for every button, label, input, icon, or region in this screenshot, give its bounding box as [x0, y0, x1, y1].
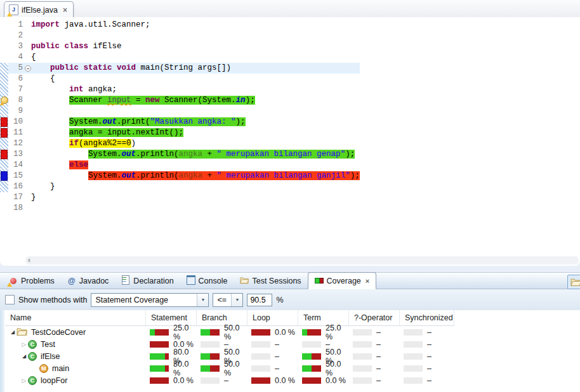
coverage-marker-red-icon: [1, 117, 8, 127]
code-text: import java.util.Scanner;: [31, 20, 360, 30]
fold-minus-icon[interactable]: [25, 65, 31, 72]
element-name: Test: [41, 340, 55, 349]
covered-segment: [302, 365, 312, 372]
bottom-view-panel: Problems@JavadocDeclarationConsoleTest S…: [0, 272, 580, 392]
column-header-loop[interactable]: Loop: [247, 310, 298, 325]
coverage-value: –: [376, 328, 381, 337]
covered-segment: [201, 353, 210, 360]
code-token: new: [145, 96, 160, 105]
expand-arrow-icon[interactable]: ◢: [20, 353, 28, 359]
fold-column: [25, 106, 31, 117]
code-line: 17}: [0, 192, 360, 203]
coverage-value: –: [376, 340, 381, 349]
view-tab-label: Problems: [21, 277, 55, 285]
table-row[interactable]: Mmain80.0 %50.0 %–50.0 %––: [5, 362, 454, 374]
coverage-cell: 25.0 %: [146, 323, 197, 341]
coverage-cell: –: [349, 352, 400, 361]
table-row[interactable]: ▷CloopFor0.0 %–0.0 %0.0 %––: [5, 374, 454, 386]
fold-column: [25, 74, 31, 84]
code-editor[interactable]: 1import java.util.Scanner;23public class…: [0, 17, 580, 266]
missed-segment: [312, 365, 321, 372]
code-line: 5 public static void main(String args[]): [0, 63, 360, 74]
close-icon[interactable]: ×: [366, 277, 369, 285]
coverage-cell: –: [197, 376, 247, 385]
scroll-left-icon[interactable]: ‹: [28, 256, 30, 265]
class-icon: C: [28, 351, 37, 361]
code-text: System.out.print("Masukkan angka: ");: [31, 117, 360, 127]
close-icon[interactable]: ×: [63, 6, 67, 15]
editor-tab-ifelse[interactable]: J ifElse.java ×: [4, 1, 74, 18]
console-icon: [187, 275, 195, 287]
fold-column: [25, 95, 31, 106]
coverage-cell: –: [247, 364, 298, 373]
warning-overlay-icon: [7, 12, 12, 16]
show-methods-checkbox[interactable]: [5, 295, 15, 304]
coverage-bar: [404, 341, 423, 348]
open-session-button[interactable]: [567, 275, 580, 289]
code-token: angka: [179, 171, 203, 180]
code-token: }: [31, 193, 36, 202]
expand-arrow-icon[interactable]: ◢: [9, 329, 16, 335]
view-tab-javadoc[interactable]: @Javadoc: [61, 273, 115, 289]
view-tab-label: Javadoc: [79, 277, 109, 285]
code-token: [31, 171, 88, 180]
code-text: System.out.println(angka + " merupakan b…: [31, 149, 360, 160]
coverage-value: 0.0 %: [275, 328, 295, 337]
line-number: 10: [8, 117, 25, 127]
annotation-ruler: [0, 203, 8, 214]
code-token: +: [202, 171, 217, 180]
code-token: .println(: [136, 171, 179, 180]
coverage-cell: 80.0 %: [146, 360, 197, 377]
column-header-name[interactable]: Name: [5, 310, 146, 325]
covered-segment: [150, 365, 165, 372]
line-number: 3: [8, 41, 25, 52]
table-row[interactable]: ◢TestCodeCover25.0 %50.0 %0.0 %25.0 %––: [5, 326, 454, 338]
operator-select[interactable]: <= ▼: [213, 293, 243, 307]
missed-segment: [302, 377, 321, 384]
expand-arrow-icon[interactable]: ▷: [20, 377, 28, 384]
code-token: else: [69, 160, 88, 169]
table-body: ◢TestCodeCover25.0 %50.0 %0.0 %25.0 %––▷…: [5, 326, 454, 386]
chevron-down-icon: ▼: [231, 294, 242, 306]
code-text: }: [31, 181, 360, 192]
code-text: public class ifElse: [31, 41, 360, 52]
code-line: 18: [0, 203, 360, 214]
missed-segment: [312, 353, 321, 360]
code-token: {: [31, 53, 36, 62]
view-tab-coverage[interactable]: Coverage×: [308, 272, 377, 289]
expand-arrow-icon[interactable]: ▷: [20, 341, 28, 348]
coverage-cell: –: [400, 352, 454, 361]
panel-scrollbar[interactable]: [0, 310, 4, 392]
annotation-ruler: [0, 138, 8, 149]
coverage-metric-select[interactable]: Statement Coverage ▼: [91, 293, 209, 307]
annotation-ruler: [0, 63, 8, 74]
code-token: );: [246, 96, 255, 105]
code-token: angka = input.nextInt();: [69, 128, 183, 137]
line-number: 2: [8, 30, 25, 41]
line-number: 15: [8, 171, 25, 181]
coverage-cell: 25.0 %: [298, 323, 349, 341]
coverage-cell: –: [400, 328, 454, 337]
coverage-value: 50.0 %: [326, 360, 349, 377]
coverage-bar: [251, 341, 270, 348]
coverage-bar: [302, 353, 321, 360]
show-methods-label: Show methods with: [18, 296, 87, 304]
view-tab-console[interactable]: Console: [180, 273, 234, 289]
column-header-operator[interactable]: ?-Operator: [349, 310, 400, 325]
code-text: System.out.println(angka + " merupakan b…: [31, 171, 360, 181]
view-tab-test-sessions[interactable]: Test Sessions: [234, 273, 307, 289]
view-tab-problems[interactable]: Problems: [3, 273, 61, 289]
chevron-down-icon: ▼: [197, 294, 208, 306]
name-cell: ▷CTest: [5, 339, 146, 349]
coverage-threshold-input[interactable]: [247, 294, 272, 306]
quickfix-bulb-icon: [1, 96, 8, 104]
column-header-synchronized[interactable]: Synchronized: [400, 310, 454, 325]
view-tab-declaration[interactable]: Declaration: [115, 273, 180, 289]
element-name: TestCodeCover: [31, 328, 86, 337]
covered-segment: [302, 329, 307, 336]
coverage-value: –: [427, 352, 432, 361]
code-token: [31, 150, 88, 159]
coverage-bar: [150, 353, 169, 360]
horizontal-scrollbar[interactable]: ‹: [25, 256, 579, 265]
coverage-cell: 0.0 %: [247, 328, 298, 337]
